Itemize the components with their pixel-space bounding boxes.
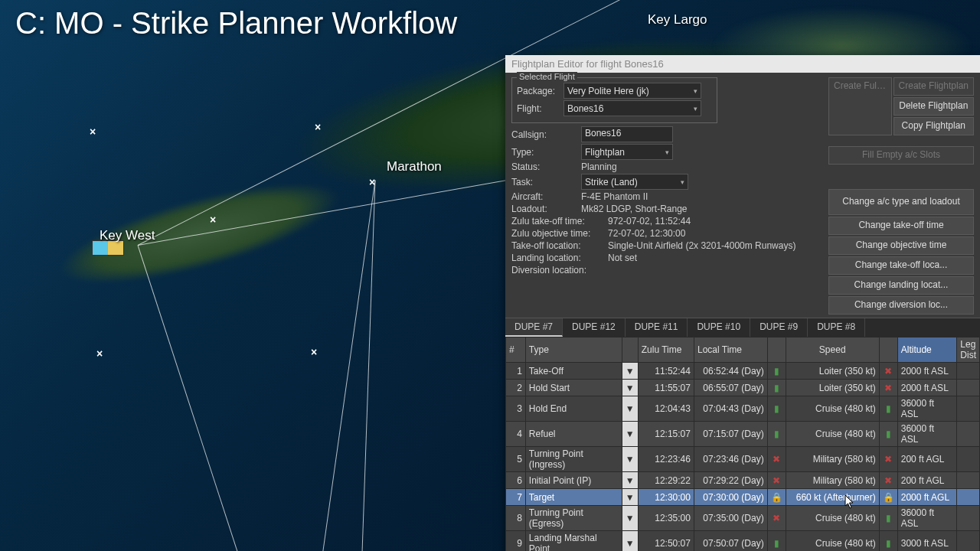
change-diversion-loc-button[interactable]: Change diversion loc...	[828, 296, 974, 315]
type-dropdown-cell[interactable]: ▼	[622, 396, 638, 422]
zulu-obj-value: 72-07-02, 12:30:00	[608, 228, 685, 239]
table-row[interactable]: 8Turning Point (Egress)▼12:35:0007:35:00…	[506, 506, 980, 531]
video-title-overlay: C: MO - Strike Planner Workflow	[15, 6, 457, 41]
cell-zulu: 12:04:43	[638, 396, 694, 422]
speed-status-icon: ✖	[879, 447, 897, 472]
cell-altitude: 36000 ft ASL	[897, 506, 957, 531]
delete-flightplan-button[interactable]: Delete Flightplan	[893, 97, 974, 116]
tab-dupe[interactable]: DUPE #8	[808, 318, 865, 337]
cell-zulu: 12:29:22	[638, 472, 694, 489]
dupe-tabs: DUPE #7DUPE #12DUPE #11DUPE #10DUPE #9DU…	[505, 318, 980, 337]
col-speed[interactable]: Speed	[786, 337, 879, 363]
tab-dupe[interactable]: DUPE #9	[750, 318, 808, 337]
speed-status-icon: ▮	[879, 531, 897, 552]
cell-type: Turning Point (Egress)	[525, 506, 622, 531]
col-leg-dist[interactable]: Leg Dist	[957, 337, 980, 363]
landing-loc-value: Not set	[608, 253, 637, 263]
time-status-icon: ▮	[767, 363, 786, 380]
cell-zulu: 11:55:07	[638, 380, 694, 396]
type-dropdown-cell[interactable]: ▼	[622, 489, 638, 506]
type-dropdown-cell[interactable]: ▼	[622, 531, 638, 552]
landing-loc-label: Landing location:	[511, 253, 603, 263]
speed-status-icon: ▮	[879, 506, 897, 531]
create-flightplan-button[interactable]: Create Flightplan	[893, 77, 974, 96]
cell-speed: Military (580 kt)	[786, 472, 879, 489]
change-landing-loc-button[interactable]: Change landing locat...	[828, 276, 974, 295]
col-num[interactable]: #	[506, 337, 526, 363]
cell-zulu: 11:52:44	[638, 363, 694, 380]
table-row[interactable]: 1Take-Off▼11:52:4406:52:44 (Day)▮Loiter …	[506, 363, 980, 380]
cell-speed: Cruise (480 kt)	[786, 506, 879, 531]
cell-type: Hold End	[525, 396, 622, 422]
table-row[interactable]: 7Target▼12:30:0007:30:00 (Day)🔒660 kt (A…	[506, 489, 980, 506]
cell-type: Turning Point (Ingress)	[525, 447, 622, 472]
package-dropdown[interactable]: Very Polite Here (jk)▾	[564, 83, 701, 99]
callsign-input[interactable]: Bones16	[581, 126, 673, 142]
tab-dupe[interactable]: DUPE #10	[688, 318, 750, 337]
selected-flight-fieldset: Selected Flight Package: Very Polite Her…	[511, 77, 717, 123]
aircraft-value: F-4E Phantom II	[581, 191, 648, 202]
cell-speed: Cruise (480 kt)	[786, 396, 879, 422]
cell-altitude: 2000 ft ASL	[897, 380, 957, 396]
package-label: Package:	[517, 86, 559, 96]
table-row[interactable]: 2Hold Start▼11:55:0706:55:07 (Day)▮Loite…	[506, 380, 980, 396]
create-full-flightplan-button[interactable]: Create Full Flightplan	[828, 77, 892, 135]
cell-local: 07:29:22 (Day)	[694, 472, 767, 489]
cell-altitude: 2000 ft AGL	[897, 489, 957, 506]
cell-type: Hold Start	[525, 380, 622, 396]
type-dropdown-cell[interactable]: ▼	[622, 472, 638, 489]
table-row[interactable]: 9Landing Marshal Point▼12:50:0707:50:07 …	[506, 531, 980, 552]
speed-status-icon: ✖	[879, 472, 897, 489]
panel-title: Flightplan Editor for flight Bones16	[505, 55, 980, 73]
cell-local: 06:52:44 (Day)	[694, 363, 767, 380]
change-objective-time-button[interactable]: Change objective time	[828, 236, 974, 255]
type-dropdown-cell[interactable]: ▼	[622, 506, 638, 531]
map-label-key-largo: Key Largo	[648, 12, 707, 28]
status-label: Status:	[511, 161, 577, 172]
cell-type: Target	[525, 489, 622, 506]
type-dropdown-cell[interactable]: ▼	[622, 380, 638, 396]
cell-local: 07:35:00 (Day)	[694, 506, 767, 531]
change-aircraft-button[interactable]: Change a/c type and loadout	[828, 189, 974, 215]
change-takeoff-time-button[interactable]: Change take-off time	[828, 217, 974, 235]
cell-zulu: 12:15:07	[638, 422, 694, 447]
takeoff-loc-label: Take-off location:	[511, 240, 603, 251]
tab-dupe[interactable]: DUPE #12	[563, 318, 626, 337]
status-value: Planning	[581, 161, 617, 172]
map-label-key-west: Key West	[100, 228, 155, 243]
type-dropdown-cell[interactable]: ▼	[622, 447, 638, 472]
col-local[interactable]: Local Time	[694, 337, 767, 363]
col-type[interactable]: Type	[525, 337, 622, 363]
cell-local: 07:04:43 (Day)	[694, 396, 767, 422]
table-row[interactable]: 6Initial Point (IP)▼12:29:2207:29:22 (Da…	[506, 472, 980, 489]
cell-speed: Cruise (480 kt)	[786, 531, 879, 552]
table-row[interactable]: 4Refuel▼12:15:0707:15:07 (Day)▮Cruise (4…	[506, 422, 980, 447]
tab-dupe[interactable]: DUPE #11	[626, 318, 688, 337]
waypoint-marker: ×	[315, 121, 321, 133]
diversion-loc-label: Diversion location:	[511, 265, 603, 276]
tab-dupe[interactable]: DUPE #7	[505, 318, 563, 337]
cell-local: 07:23:46 (Day)	[694, 447, 767, 472]
type-label: Type:	[511, 147, 577, 158]
type-dropdown-cell[interactable]: ▼	[622, 422, 638, 447]
table-row[interactable]: 5Turning Point (Ingress)▼12:23:4607:23:4…	[506, 447, 980, 472]
takeoff-loc-value: Single-Unit Airfield (2x 3201-4000m Runw…	[608, 240, 795, 251]
loadout-label: Loadout:	[511, 204, 577, 214]
type-dropdown[interactable]: Flightplan▾	[581, 144, 673, 160]
task-dropdown[interactable]: Strike (Land)▾	[581, 174, 688, 190]
cell-speed: Cruise (480 kt)	[786, 422, 879, 447]
chevron-down-icon: ▾	[665, 148, 669, 156]
change-takeoff-loc-button[interactable]: Change take-off loca...	[828, 256, 974, 275]
type-dropdown-cell[interactable]: ▼	[622, 363, 638, 380]
table-row[interactable]: 3Hold End▼12:04:4307:04:43 (Day)▮Cruise …	[506, 396, 980, 422]
col-zulu[interactable]: Zulu Time	[638, 337, 694, 363]
copy-flightplan-button[interactable]: Copy Flightplan	[893, 117, 974, 135]
fill-empty-slots-button[interactable]: Fill Empty a/c Slots	[828, 146, 974, 165]
cell-type: Landing Marshal Point	[525, 531, 622, 552]
col-altitude[interactable]: Altitude	[897, 337, 957, 363]
loadout-value: Mk82 LDGP, Short-Range	[581, 204, 688, 214]
waypoint-marker: ×	[369, 176, 375, 188]
flight-dropdown[interactable]: Bones16▾	[564, 100, 701, 116]
cell-type: Take-Off	[525, 363, 622, 380]
waypoint-marker: ×	[90, 126, 96, 138]
